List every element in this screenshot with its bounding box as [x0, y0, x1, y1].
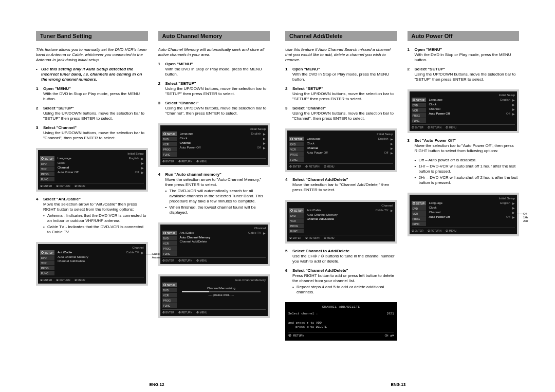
step-2: 2 Select "SETUP" Using the UP/DOWN butto… — [36, 106, 148, 121]
page-spread: Tuner Band Setting This feature allows y… — [36, 31, 519, 380]
page-numbers: ENG-12 ENG-13 — [36, 382, 519, 387]
note-text: Use this setting only if Auto Setup dete… — [36, 67, 148, 82]
gear-icon — [413, 99, 415, 101]
header-channel-add-delete: Channel Add/Delete — [285, 31, 397, 41]
osd-initial-setup: Initial Setup SETUP DVD VCR PROG FUNC La… — [285, 128, 397, 172]
gear-icon — [290, 209, 293, 212]
gear-icon — [41, 157, 44, 160]
page-number-left: ENG-12 — [36, 382, 278, 387]
col-auto-channel: Auto Channel Memory Auto Channel Memory … — [158, 31, 270, 380]
intro-text: Auto Channel Memory will automatically s… — [158, 47, 270, 58]
osd-initial-setup: Initial Setup SETUP DVD VCR PROG FUNC La… — [36, 148, 148, 192]
osd-channel: Channel SETUP DVD VCR PROG FUNC Ant./Cab… — [158, 222, 270, 266]
page-right: Channel Add/Delete Use this feature if A… — [285, 31, 519, 380]
gear-icon — [413, 202, 415, 204]
header-auto-channel: Auto Channel Memory — [158, 31, 270, 41]
osd-initial-setup: Initial Setup SETUP DVD VCR PROG FUNC La… — [158, 123, 270, 167]
page-number-right: ENG-13 — [278, 382, 519, 387]
page-left: Tuner Band Setting This feature allows y… — [36, 31, 270, 380]
osd-memorizing: Auto Channel Memory SETUP DVD VCR PROG F… — [158, 274, 270, 318]
osd-auto-power-off: Initial Setup SETUP DVD VCR PROG FUNC La… — [408, 193, 520, 236]
gear-icon — [163, 284, 166, 286]
osd-channel-antcable: Channel SETUP DVD VCR PROG FUNC Ant./Cab… — [36, 242, 148, 286]
gear-icon — [163, 133, 166, 135]
intro-text: Use this feature if Auto Channel Search … — [285, 47, 397, 63]
intro-text: This feature allows you to manually set … — [36, 47, 148, 63]
osd-channel-add-delete: Channel SETUP DVD VCR PROG FUNC Ant./Cab… — [285, 200, 397, 244]
step-4: 4 Select "Ant./Cable" Move the selection… — [36, 197, 148, 235]
col-auto-power-off: Auto Power Off 1Open "MENU"With the DVD … — [408, 31, 520, 380]
gear-icon — [290, 138, 293, 140]
step-1: 1 Open "MENU" With the DVD in Stop or Pl… — [36, 86, 148, 102]
step-3: 3 Select "Channel" Using the UP/DOWN but… — [36, 125, 148, 141]
osd-initial-setup: Initial Setup SETUP DVD VCR PROG FUNC La… — [408, 89, 520, 133]
header-tuner-band: Tuner Band Setting — [36, 31, 148, 41]
col-tuner-band: Tuner Band Setting This feature allows y… — [36, 31, 148, 380]
channel-add-delete-screen: CHANNEL ADD/DELETE Select channel :[02] … — [285, 302, 397, 341]
gear-icon — [41, 251, 44, 254]
gear-icon — [163, 232, 166, 234]
col-channel-add-delete: Channel Add/Delete Use this feature if A… — [285, 31, 397, 380]
callout-power-off-options: Off 1Hr 2Hr — [519, 212, 540, 223]
header-auto-power-off: Auto Power Off — [408, 31, 520, 41]
